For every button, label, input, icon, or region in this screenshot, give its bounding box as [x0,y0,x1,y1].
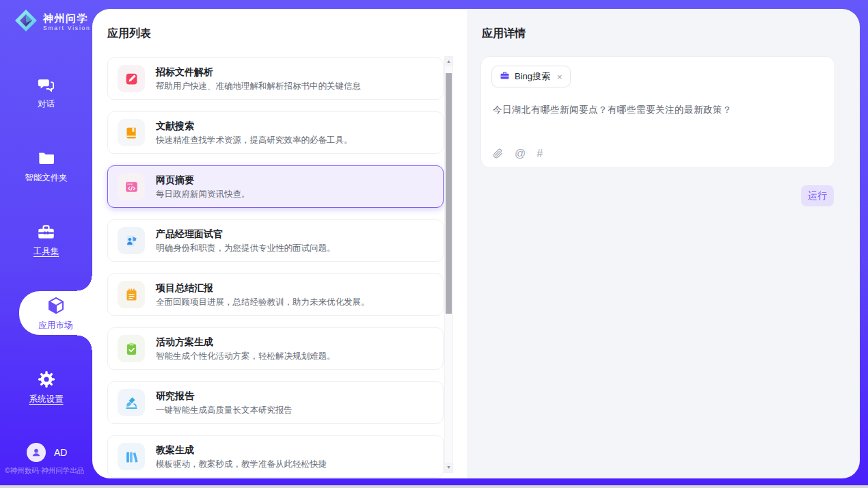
scroll-up-icon[interactable]: ▲ [445,57,452,66]
app-item-title: 项目总结汇报 [156,283,370,293]
sidebar-item-folder[interactable]: 智能文件夹 [0,144,92,187]
sidebar-nav: 对话 智能文件夹 工具集 应用市场 系统设置 [0,70,92,439]
app-list-item[interactable]: 网页摘要 每日政府新闻资讯快查。 [107,165,444,208]
app-item-title: 教案生成 [156,445,327,455]
book-icon [118,119,145,146]
scroll-down-icon[interactable]: ▼ [445,463,452,472]
books-icon [118,443,145,470]
copyright-footer: ©神州数码·神州问学出品 [5,466,84,476]
app-list-title: 应用列表 [107,27,151,40]
app-item-title: 网页摘要 [156,175,250,185]
app-list-item[interactable]: 产品经理面试官 明确身份和职责，为您提供专业性的面试问题。 [107,219,444,262]
app-item-desc: 帮助用户快速、准确地理解和解析招标书中的关键信息 [156,82,361,91]
sidebar-item-cube[interactable]: 应用市场 [19,291,92,335]
app-item-title: 文献搜索 [156,121,353,131]
app-list-item[interactable]: 项目总结汇报 全面回顾项目进展，总结经验教训，助力未来优化发展。 [107,273,444,316]
edit-square-icon [118,65,145,92]
prompt-text[interactable]: 今日湖北有哪些新闻要点？有哪些需要关注的最新政策？ [493,104,732,116]
app-list-item[interactable]: 研究报告 一键智能生成高质量长文本研究报告 [107,381,444,424]
prompt-toolbar: @ # [492,148,543,159]
gear-icon [37,370,56,389]
app-item-desc: 一键智能生成高质量长文本研究报告 [156,406,293,415]
avatar [27,443,46,462]
tool-chip-label: Bing搜索 [515,70,550,83]
app-item-desc: 全面回顾项目进展，总结经验教训，助力未来优化发展。 [156,298,370,307]
logo-subtitle: Smart Vision [43,25,91,31]
at-icon[interactable]: @ [515,148,526,159]
app-list: 招标文件解析 帮助用户快速、准确地理解和解析招标书中的关键信息 文献搜索 快速精… [107,57,444,478]
app-list-item[interactable]: 文献搜索 快速精准查找学术资源，提高研究效率的必备工具。 [107,111,444,154]
app-item-desc: 智能生成个性化活动方案，轻松解决规划难题。 [156,352,336,361]
app-list-item[interactable]: 活动方案生成 智能生成个性化活动方案，轻松解决规划难题。 [107,327,444,370]
app-item-desc: 每日政府新闻资讯快查。 [156,190,250,199]
sidebar: 神州问学 Smart Vision 对话 智能文件夹 工具集 应用市场 系统设置… [0,0,92,488]
prompt-card[interactable]: Bing搜索 × 今日湖北有哪些新闻要点？有哪些需要关注的最新政策？ @ # [480,56,835,168]
logo-title: 神州问学 [43,13,91,23]
app-list-item[interactable]: 教案生成 模板驱动，教案秒成，教学准备从此轻松快捷 [107,435,444,478]
bottom-divider [0,485,868,488]
folder-icon [37,148,56,167]
app-item-title: 研究报告 [156,391,293,401]
notepad-icon [118,281,145,308]
tool-chip-bing-search[interactable]: Bing搜索 × [491,66,571,87]
app-item-desc: 快速精准查找学术资源，提高研究效率的必备工具。 [156,136,353,145]
sidebar-item-toolbox[interactable]: 工具集 [0,217,92,261]
app-list-panel: 应用列表 招标文件解析 帮助用户快速、准确地理解和解析招标书中的关键信息 文献搜… [92,9,467,478]
app-details-panel: 应用详情 Bing搜索 × 今日湖北有哪些新闻要点？有哪些需要关注的最新政策？ … [467,9,860,478]
clipboard-check-icon [118,335,145,362]
close-icon[interactable]: × [557,72,562,82]
app-item-desc: 模板驱动，教案秒成，教学准备从此轻松快捷 [156,460,327,469]
chat-icon [37,74,56,94]
briefcase-icon [500,70,510,83]
app-item-title: 招标文件解析 [156,67,361,77]
app-details-title: 应用详情 [482,27,526,40]
sidebar-item-chat[interactable]: 对话 [0,70,92,113]
scrollbar-thumb[interactable] [446,73,452,314]
sidebar-item-gear[interactable]: 系统设置 [0,365,92,409]
interviewer-icon [118,227,145,254]
app-logo[interactable]: 神州问学 Smart Vision [14,8,91,36]
app-item-title: 产品经理面试官 [156,229,336,239]
microscope-icon [118,389,145,416]
user-initials: AD [54,447,67,458]
run-button[interactable]: 运行 [801,185,834,206]
app-item-title: 活动方案生成 [156,337,336,347]
app-item-desc: 明确身份和职责，为您提供专业性的面试问题。 [156,244,336,253]
app-list-scrollbar[interactable]: ▲ ▼ [444,56,453,473]
user-profile[interactable]: AD [27,443,67,462]
paperclip-icon[interactable] [492,148,504,159]
main-panel: 应用列表 招标文件解析 帮助用户快速、准确地理解和解析招标书中的关键信息 文献搜… [92,9,860,478]
cube-icon [46,296,66,315]
browser-code-icon [118,173,145,200]
toolbox-icon [37,222,56,241]
app-list-item[interactable]: 招标文件解析 帮助用户快速、准确地理解和解析招标书中的关键信息 [107,57,444,100]
logo-diamond-icon [14,8,38,36]
hash-icon[interactable]: # [537,148,543,159]
